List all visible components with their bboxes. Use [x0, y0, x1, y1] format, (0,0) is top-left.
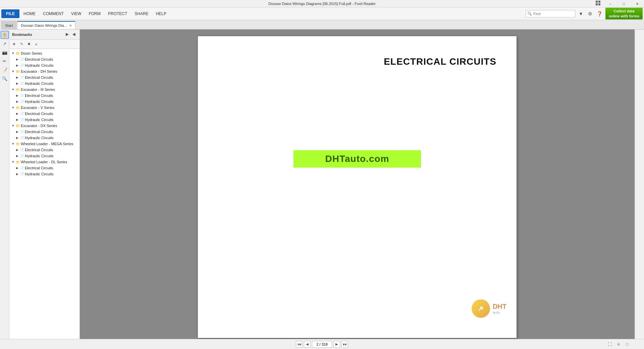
- tab-close-icon[interactable]: ✕: [69, 24, 72, 27]
- search-tool-button[interactable]: 🔍: [1, 74, 9, 82]
- protect-menu[interactable]: PROTECT: [105, 9, 130, 18]
- next-page-button[interactable]: ►: [333, 341, 340, 348]
- watermark-box: DHTauto.com: [293, 150, 421, 168]
- pen-tool-button[interactable]: ✏: [1, 57, 9, 65]
- toggle-wl-mega-elec[interactable]: ▶: [15, 148, 19, 152]
- toggle-exc-dh[interactable]: ▼: [11, 69, 15, 74]
- bookmark-add-button[interactable]: ★: [11, 41, 17, 48]
- folder-icon-exc-v: 📁: [15, 105, 20, 110]
- tree-item-exc-dh[interactable]: ▼ 📁 Excavator - DH Series: [9, 68, 79, 74]
- settings-icon[interactable]: ⚙: [587, 10, 594, 17]
- toggle-exc-dx-elec[interactable]: ▶: [15, 129, 19, 134]
- toggle-exc-iii[interactable]: ▼: [11, 87, 15, 92]
- logo-text-area: DHT auto: [493, 303, 506, 314]
- label-wl-dl-hydraulic: Hydraulic Circuits: [24, 172, 54, 176]
- toggle-exc-iii-elec[interactable]: ▶: [15, 93, 19, 98]
- label-exc-v-hydraulic: Hydraulic Circuits: [24, 118, 54, 122]
- tree-item-dozer-electrical[interactable]: ▶ 📄 Electrical Circuits: [9, 56, 79, 62]
- tab-start-label: Start: [5, 23, 13, 27]
- logo-circle: ➜: [472, 299, 490, 318]
- folder-icon-wl-mega: 📁: [15, 141, 20, 146]
- form-menu[interactable]: FORM: [86, 9, 104, 18]
- toggle-dozer-elec[interactable]: ▶: [15, 57, 19, 62]
- tree-item-exc-v[interactable]: ▼ 📁 Excavator - V Series: [9, 105, 79, 111]
- logo-auto-text: auto: [493, 310, 506, 314]
- close-button[interactable]: ✕: [631, 0, 644, 7]
- tree-item-exc-iii-electrical[interactable]: ▶ 📄 Electrical Circuits: [9, 93, 79, 99]
- toggle-exc-v-elec[interactable]: ▶: [15, 111, 19, 116]
- help-icon[interactable]: ❓: [596, 10, 603, 17]
- bookmark-edit-button[interactable]: ✎: [18, 41, 25, 48]
- tab-document[interactable]: Doosan Daios Wirings Dia... ✕: [17, 21, 75, 29]
- folder-icon-dozer-elec: 📄: [19, 57, 24, 62]
- tree-item-wl-mega-hydraulic[interactable]: ▶ 📄 Hydraulic Circuits: [9, 153, 79, 159]
- toggle-exc-v-hyd[interactable]: ▶: [15, 117, 19, 122]
- single-page-icon[interactable]: □: [624, 341, 631, 348]
- right-panel: [635, 30, 644, 339]
- tree-item-dozer-series[interactable]: ▼ 📁 Dozer Series: [9, 50, 79, 56]
- home-menu[interactable]: HOME: [20, 9, 39, 18]
- note-tool-button[interactable]: 📝: [1, 66, 9, 74]
- tree-item-wl-mega-electrical[interactable]: ▶ 📄 Electrical Circuits: [9, 147, 79, 153]
- minimize-button[interactable]: –: [604, 0, 617, 7]
- tree-item-exc-dx-hydraulic[interactable]: ▶ 📄 Hydraulic Circuits: [9, 135, 79, 141]
- tree-item-exc-dh-electrical[interactable]: ▶ 📄 Electrical Circuits: [9, 74, 79, 80]
- hand-tool-button[interactable]: ✋: [1, 31, 9, 39]
- file-menu[interactable]: FILE: [1, 9, 19, 18]
- search-icon[interactable]: 🔍: [527, 11, 532, 16]
- toggle-wl-dl[interactable]: ▼: [11, 160, 15, 164]
- toggle-exc-v[interactable]: ▼: [11, 105, 15, 110]
- tab-start[interactable]: Start: [1, 21, 16, 29]
- select-tool-button[interactable]: ↗: [1, 40, 9, 48]
- prev-page-button[interactable]: ◄: [304, 341, 311, 348]
- toggle-wl-dl-elec[interactable]: ▶: [15, 166, 19, 170]
- folder-icon-exc-iii-elec: 📄: [19, 93, 24, 98]
- toggle-exc-dh-hyd[interactable]: ▶: [15, 81, 19, 86]
- bookmark-delete-button[interactable]: ✖: [25, 41, 32, 48]
- search-settings-icon[interactable]: ▼: [577, 10, 585, 17]
- fit-page-icon[interactable]: ⛶: [606, 341, 613, 348]
- toggle-exc-dx[interactable]: ▼: [11, 123, 15, 128]
- view-menu[interactable]: VIEW: [68, 9, 85, 18]
- first-page-button[interactable]: ⏮: [296, 341, 303, 348]
- tree-item-exc-dh-hydraulic[interactable]: ▶ 📄 Hydraulic Circuits: [9, 80, 79, 86]
- toggle-dozer[interactable]: ▼: [11, 51, 15, 56]
- tree-item-exc-dx[interactable]: ▼ 📁 Excavator - DX Series: [9, 123, 79, 129]
- toggle-wl-dl-hyd[interactable]: ▶: [15, 172, 19, 176]
- tree-item-dozer-hydraulic[interactable]: ▶ 📄 Hydraulic Circuits: [9, 62, 79, 68]
- tree-item-exc-dx-electrical[interactable]: ▶ 📄 Electrical Circuits: [9, 129, 79, 135]
- app-grid-icon: [596, 1, 600, 5]
- page-input[interactable]: [312, 341, 332, 348]
- restore-button[interactable]: □: [617, 0, 631, 7]
- snapshot-tool-button[interactable]: 📷: [1, 48, 9, 56]
- folder-icon-dozer: 📁: [15, 51, 20, 56]
- search-input[interactable]: [533, 12, 574, 16]
- tree-item-wl-mega[interactable]: ▼ 📁 Wheeled Loader - MEGA Series: [9, 141, 79, 147]
- last-page-button[interactable]: ⏭: [341, 341, 348, 348]
- toggle-wl-mega-hyd[interactable]: ▶: [15, 154, 19, 158]
- tree-item-wl-dl[interactable]: ▼ 📁 Wheeled Loader - DL Series: [9, 159, 79, 165]
- folder-icon-exc-v-hyd: 📄: [19, 117, 24, 122]
- bookmark-tree: ▼ 📁 Dozer Series ▶ 📄 Electrical Circuits…: [9, 49, 79, 339]
- bookmark-properties-button[interactable]: ≡: [33, 41, 40, 48]
- toggle-exc-dh-elec[interactable]: ▶: [15, 75, 19, 80]
- toggle-dozer-hyd[interactable]: ▶: [15, 63, 19, 68]
- toggle-exc-dx-hyd[interactable]: ▶: [15, 135, 19, 140]
- tree-item-exc-iii-hydraulic[interactable]: ▶ 📄 Hydraulic Circuits: [9, 99, 79, 105]
- toggle-exc-iii-hyd[interactable]: ▶: [15, 99, 19, 104]
- sidebar-expand-icon[interactable]: ◀: [71, 32, 77, 38]
- tree-item-exc-iii[interactable]: ▼ 📁 Excavator - III Series: [9, 86, 79, 93]
- toggle-wl-mega[interactable]: ▼: [11, 141, 15, 146]
- tree-item-exc-v-electrical[interactable]: ▶ 📄 Electrical Circuits: [9, 111, 79, 117]
- tree-item-wl-dl-hydraulic[interactable]: ▶ 📄 Hydraulic Circuits: [9, 171, 79, 177]
- comment-menu[interactable]: COMMENT: [40, 9, 67, 18]
- tree-item-exc-v-hydraulic[interactable]: ▶ 📄 Hydraulic Circuits: [9, 117, 79, 123]
- continuous-view-icon[interactable]: ≡: [615, 341, 622, 348]
- content-area[interactable]: ELECTRICAL CIRCUITS DHTauto.com ➜ DHT au…: [80, 30, 635, 339]
- collect-data-button[interactable]: Collect data online with forms: [605, 8, 643, 19]
- share-menu[interactable]: SHARE: [131, 9, 152, 18]
- sidebar-collapse-icon[interactable]: ▶: [64, 32, 70, 38]
- tree-item-wl-dl-electrical[interactable]: ▶ 📄 Electrical Circuits: [9, 165, 79, 171]
- help-menu[interactable]: HELP: [153, 9, 170, 18]
- collect-data-line2: online with forms: [609, 14, 639, 18]
